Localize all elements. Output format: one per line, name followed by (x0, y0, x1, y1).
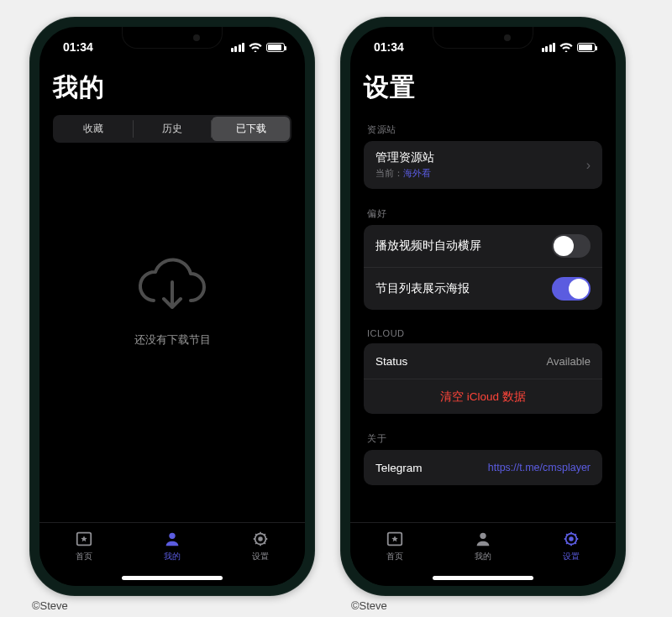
row-auto-landscape: 播放视频时自动横屏 (364, 225, 602, 267)
tab-history[interactable]: 历史 (134, 117, 212, 141)
svg-point-1 (169, 533, 175, 539)
wifi-icon (249, 42, 262, 52)
row-link: https://t.me/cmsplayer (488, 462, 591, 473)
tab-label: 首页 (76, 551, 92, 562)
tab-label: 设置 (252, 551, 269, 562)
row-telegram[interactable]: Telegram https://t.me/cmsplayer (364, 450, 602, 485)
row-key: Status (375, 355, 407, 368)
status-time: 01:34 (63, 37, 93, 54)
page-title: 我的 (53, 71, 291, 105)
row-title: 管理资源站 (375, 150, 434, 165)
cloud-download-icon (135, 257, 209, 317)
empty-text: 还没有下载节目 (134, 332, 211, 348)
battery-icon (266, 43, 285, 52)
svg-point-7 (570, 537, 573, 541)
notch (433, 27, 533, 49)
cellular-icon (231, 43, 245, 52)
wifi-icon (559, 42, 573, 52)
tab-label: 首页 (386, 551, 403, 562)
home-indicator[interactable] (433, 576, 533, 580)
section-source-label: 资源站 (367, 123, 599, 136)
tab-settings[interactable]: 设置 (251, 530, 270, 562)
tab-favorites[interactable]: 收藏 (55, 117, 133, 141)
section-icloud-label: ICLOUD (367, 328, 599, 338)
row-subtitle: 当前：海外看 (375, 167, 434, 180)
row-title: 节目列表展示海报 (375, 281, 470, 296)
tab-settings[interactable]: 设置 (562, 530, 580, 562)
row-clear-icloud[interactable]: 清空 iCloud 数据 (364, 379, 602, 414)
tab-label: 我的 (164, 551, 181, 562)
gear-icon (562, 530, 580, 548)
tab-mine[interactable]: 我的 (474, 530, 492, 562)
row-manage-source[interactable]: 管理资源站 当前：海外看 › (364, 141, 602, 189)
svg-point-5 (480, 533, 486, 539)
person-icon (474, 530, 492, 548)
tab-label: 设置 (563, 551, 580, 562)
tab-mine[interactable]: 我的 (163, 530, 181, 562)
watermark: ©Steve (351, 599, 387, 612)
empty-state: 还没有下载节目 (53, 143, 291, 462)
row-title: 播放视频时自动横屏 (375, 238, 481, 254)
tab-home[interactable]: 首页 (386, 530, 404, 562)
person-icon (163, 530, 181, 548)
row-value: Available (546, 355, 591, 368)
notch (122, 27, 223, 49)
page-title: 设置 (364, 71, 602, 105)
row-icloud-status: Status Available (364, 343, 602, 379)
tab-label: 我的 (475, 551, 491, 562)
battery-icon (577, 43, 596, 52)
star-square-icon (386, 530, 404, 548)
section-pref-label: 偏好 (367, 207, 599, 220)
toggle-show-poster[interactable] (552, 277, 591, 301)
gear-icon (251, 530, 270, 548)
phone-left: 01:34 我的 收藏 历史 已下载 (29, 17, 315, 596)
segment-control: 收藏 历史 已下载 (53, 115, 291, 143)
star-square-icon (75, 530, 93, 548)
section-about-label: 关于 (367, 432, 599, 445)
tab-home[interactable]: 首页 (75, 530, 93, 562)
row-show-poster: 节目列表展示海报 (364, 267, 602, 310)
row-title: 清空 iCloud 数据 (440, 390, 526, 405)
svg-point-3 (259, 537, 262, 541)
status-time: 01:34 (374, 37, 404, 54)
chevron-right-icon: › (586, 158, 591, 173)
cellular-icon (542, 43, 556, 52)
row-key: Telegram (375, 462, 423, 474)
toggle-auto-landscape[interactable] (552, 234, 591, 258)
phone-right: 01:34 设置 资源站 管理资源站 当前：海外看 (340, 17, 626, 596)
watermark: ©Steve (32, 599, 68, 612)
tab-downloaded[interactable]: 已下载 (212, 117, 290, 141)
home-indicator[interactable] (122, 576, 223, 580)
